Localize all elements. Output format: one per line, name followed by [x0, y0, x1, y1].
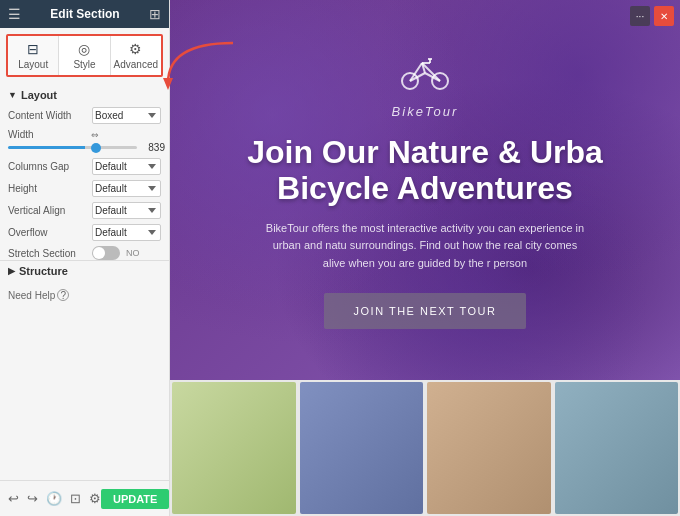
stretch-row: Stretch Section NO	[8, 246, 161, 260]
layout-section: ▼ Layout Content Width Boxed Width ⇔ 839…	[0, 77, 169, 260]
need-help-label: Need Help	[8, 290, 55, 301]
stretch-label: Stretch Section	[8, 248, 88, 259]
brand-name: BikeTour	[247, 104, 603, 119]
undo-icon[interactable]: ↩	[8, 491, 19, 506]
width-slider-row: 839	[8, 142, 161, 153]
thumbnails	[170, 380, 680, 516]
vertical-align-select[interactable]: Default	[92, 202, 161, 219]
structure-label: Structure	[19, 265, 68, 277]
hero-title-line2: Bicycle Adventures	[277, 170, 573, 206]
hero-content: BikeTour Join Our Nature & Urba Bicycle …	[247, 51, 603, 328]
structure-arrow-icon: ▶	[8, 266, 15, 276]
height-label: Height	[8, 183, 88, 194]
menu-icon[interactable]: ☰	[8, 6, 21, 22]
hero-title-line1: Join Our Nature & Urba	[247, 134, 603, 170]
overflow-row: Overflow Default	[8, 224, 161, 241]
tab-style-label: Style	[73, 59, 95, 70]
tab-advanced-label: Advanced	[114, 59, 158, 70]
left-panel: ☰ Edit Section ⊞ ⊟ Layout ◎ Style ⚙ Adva…	[0, 0, 170, 516]
layout-section-header[interactable]: ▼ Layout	[8, 89, 161, 101]
width-label: Width	[8, 129, 88, 140]
content-width-label: Content Width	[8, 110, 88, 121]
right-content: ··· ✕ BikeTour	[170, 0, 680, 516]
overflow-label: Overflow	[8, 227, 88, 238]
width-label-area: Width ⇔	[8, 129, 88, 140]
columns-gap-select[interactable]: Default	[92, 158, 161, 175]
need-help[interactable]: Need Help ?	[8, 289, 161, 301]
layout-label: Layout	[21, 89, 57, 101]
vertical-align-label: Vertical Align	[8, 205, 88, 216]
width-icon: ⇔	[91, 130, 99, 140]
columns-gap-label: Columns Gap	[8, 161, 88, 172]
responsive-icon[interactable]: ⊡	[70, 491, 81, 506]
vertical-align-row: Vertical Align Default	[8, 202, 161, 219]
cta-button[interactable]: JOIN THE NEXT TOUR	[324, 293, 527, 329]
thumb-1	[172, 382, 296, 514]
hero-section: BikeTour Join Our Nature & Urba Bicycle …	[170, 0, 680, 380]
layout-arrow-icon: ▼	[8, 90, 17, 100]
bottom-icons: ↩ ↪ 🕐 ⊡ ⚙	[8, 491, 101, 506]
tab-layout-label: Layout	[18, 59, 48, 70]
advanced-icon: ⚙	[129, 41, 142, 57]
width-slider[interactable]	[8, 146, 137, 149]
redo-icon[interactable]: ↪	[27, 491, 38, 506]
columns-gap-row: Columns Gap Default	[8, 158, 161, 175]
tabs-bar: ⊟ Layout ◎ Style ⚙ Advanced	[6, 34, 163, 77]
panel-title: Edit Section	[21, 7, 149, 21]
stretch-toggle[interactable]	[92, 246, 120, 260]
content-width-select[interactable]: Boxed	[92, 107, 161, 124]
layout-icon: ⊟	[27, 41, 39, 57]
history-icon[interactable]: 🕐	[46, 491, 62, 506]
thumb-4	[555, 382, 679, 514]
dots-button[interactable]: ···	[630, 6, 650, 26]
thumb-2	[300, 382, 424, 514]
bike-icon	[247, 51, 603, 100]
style-icon: ◎	[78, 41, 90, 57]
close-button[interactable]: ✕	[654, 6, 674, 26]
hero-title: Join Our Nature & Urba Bicycle Adventure…	[247, 135, 603, 205]
overflow-select[interactable]: Default	[92, 224, 161, 241]
top-right-controls: ··· ✕	[630, 6, 674, 26]
width-row: Width ⇔	[8, 129, 161, 140]
tab-advanced[interactable]: ⚙ Advanced	[111, 36, 161, 75]
tab-layout[interactable]: ⊟ Layout	[8, 36, 59, 75]
tab-style[interactable]: ◎ Style	[59, 36, 110, 75]
height-select[interactable]: Default	[92, 180, 161, 197]
help-icon: ?	[57, 289, 69, 301]
width-value: 839	[141, 142, 165, 153]
thumb-3	[427, 382, 551, 514]
panel-header: ☰ Edit Section ⊞	[0, 0, 169, 28]
grid-icon[interactable]: ⊞	[149, 6, 161, 22]
height-row: Height Default	[8, 180, 161, 197]
update-button[interactable]: UPDATE	[101, 489, 169, 509]
content-width-row: Content Width Boxed	[8, 107, 161, 124]
toggle-no-label: NO	[126, 248, 140, 258]
structure-section: ▶ Structure	[0, 260, 169, 287]
spacer	[0, 305, 169, 480]
settings-icon[interactable]: ⚙	[89, 491, 101, 506]
bottom-bar: ↩ ↪ 🕐 ⊡ ⚙ UPDATE	[0, 480, 169, 516]
hero-subtitle: BikeTour offers the most interactive act…	[265, 220, 585, 273]
structure-header[interactable]: ▶ Structure	[8, 265, 161, 277]
toggle-knob	[93, 247, 105, 259]
